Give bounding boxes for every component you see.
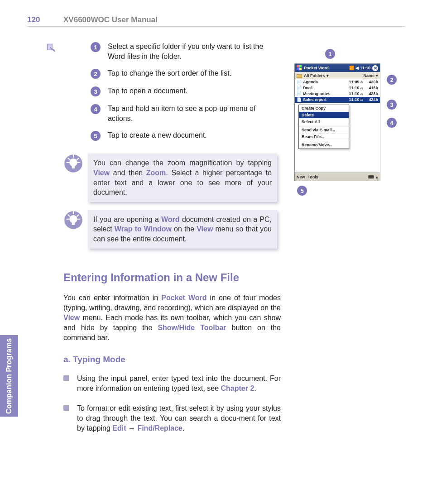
tip1-pre: You can change the zoom magnification by… [93, 159, 272, 167]
callout-2: 2 [387, 75, 397, 85]
view-link: View [63, 314, 80, 322]
bullet-text: To format or edit existing text, first s… [77, 403, 281, 433]
folder-icon [297, 73, 302, 78]
callout-3: 3 [387, 100, 397, 110]
tip-text: If you are opening a Word document creat… [88, 210, 277, 249]
svg-rect-3 [72, 166, 75, 169]
view-link: View [197, 225, 213, 233]
new-button[interactable]: New [297, 175, 305, 179]
zoom-link: Zoom [146, 169, 166, 177]
step-text: Tap to create a new document. [108, 130, 207, 140]
doc-icon: 📄 [297, 91, 302, 96]
file-row[interactable]: 📄 Agenda 11:09 a 420b [295, 79, 380, 85]
step-row: 1 Select a specific folder if you only w… [91, 42, 281, 61]
tip-box-2: If you are opening a Word document creat… [63, 210, 281, 249]
file-row[interactable]: 📄 Meeting notes 11:10 a 428b [295, 91, 380, 97]
tip1-mid: and then [110, 169, 146, 177]
step-row: 5 Tap to create a new document. [91, 130, 281, 141]
file-size: 416b [363, 86, 378, 90]
pocket-word-link: Pocket Word [161, 294, 206, 302]
file-time: 11:10 a [344, 86, 363, 90]
file-name: Doc1 [303, 86, 344, 90]
main-content: 1 Select a specific folder if you only w… [63, 42, 281, 443]
callout-4: 4 [387, 118, 397, 128]
sort-dropdown[interactable]: Name [363, 73, 374, 78]
step-badge-4: 4 [91, 104, 101, 114]
file-time: 11:10 a [344, 97, 363, 102]
note-arrow-icon [45, 43, 57, 54]
svg-point-10 [69, 215, 77, 223]
subsection-title: a. Typing Mode [63, 355, 281, 365]
file-name: Agenda [303, 80, 344, 84]
signal-icon: 📶 [349, 66, 354, 70]
step-badge-2: 2 [91, 69, 101, 79]
b2-mid: → [126, 424, 138, 432]
doc-icon: 📄 [297, 97, 302, 102]
b2-post: . [182, 424, 184, 432]
page-number: 120 [27, 15, 63, 24]
section-paragraph: You can enter information in Pocket Word… [63, 293, 281, 343]
file-size: 424b [363, 97, 378, 102]
edit-link: Edit [112, 424, 126, 432]
command-bar: New Tools ⌨ ▴ [295, 173, 380, 181]
callout-1: 1 [325, 49, 335, 59]
square-bullet-icon [63, 405, 69, 411]
doc-icon: 📄 [297, 80, 302, 84]
file-row-selected[interactable]: 📄 Sales report 11:10 a 424b [295, 97, 380, 103]
menu-select-all[interactable]: Select All [299, 119, 349, 125]
folder-dropdown[interactable]: All Folders [304, 73, 325, 78]
menu-delete[interactable]: Delete [299, 112, 349, 119]
square-bullet-icon [63, 375, 69, 381]
tools-button[interactable]: Tools [308, 175, 318, 179]
time-label: ◀ 11:10 [355, 66, 370, 70]
menu-create-copy[interactable]: Create Copy [299, 105, 349, 112]
step-text: Tap to open a document. [108, 86, 187, 96]
chapter-side-tab: Companion Programs [0, 335, 18, 417]
bullet-text: Using the input panel, enter typed text … [77, 374, 281, 394]
file-size: 420b [363, 80, 378, 84]
svg-rect-18 [299, 65, 302, 67]
step-text: Tap to change the sort order of the list… [108, 68, 231, 78]
menu-separator [299, 141, 349, 141]
show-hide-toolbar-link: Show/Hide Toolbar [158, 324, 226, 331]
find-replace-link: Find/Replace [137, 424, 182, 432]
menu-beam-file[interactable]: Beam File... [299, 134, 349, 140]
titlebar: Pocket Word 📶 ◀ 11:10 ✕ [295, 64, 380, 72]
step-row: 4 Tap and hold an item to see a pop-up m… [91, 104, 281, 123]
file-row[interactable]: 📄 Doc1 11:10 a 416b [295, 85, 380, 91]
context-menu: Create Copy Delete Select All Send via E… [298, 105, 349, 149]
numbered-steps: 1 Select a specific folder if you only w… [91, 42, 281, 141]
tip2-mid2: on the [172, 225, 197, 233]
step-row: 3 Tap to open a document. [91, 86, 281, 96]
file-time: 11:09 a [344, 80, 363, 84]
svg-rect-20 [299, 68, 302, 70]
wrap-to-window-link: Wrap to Window [115, 225, 172, 233]
keyboard-icon[interactable]: ⌨ [368, 175, 374, 179]
para-pre: You can enter information in [63, 294, 161, 302]
menu-rename-move[interactable]: Rename/Move... [299, 142, 349, 149]
word-link: Word [161, 216, 180, 223]
file-size: 428b [363, 91, 378, 96]
menu-separator [299, 126, 349, 126]
menu-send-email[interactable]: Send via E-mail... [299, 127, 349, 134]
step-badge-1: 1 [91, 42, 101, 52]
folder-bar[interactable]: All Folders ▾ Name ▾ [295, 72, 380, 79]
step-text: Tap and hold an item to see a pop-up men… [108, 104, 281, 123]
windows-flag-icon [297, 65, 302, 71]
chapter-2-link: Chapter 2 [221, 384, 254, 392]
tip2-pre: If you are opening a [93, 216, 161, 223]
tip-text: You can change the zoom magnification by… [88, 154, 277, 202]
chevron-up-icon[interactable]: ▴ [376, 175, 378, 179]
bullet-item: To format or edit existing text, first s… [63, 403, 281, 433]
svg-rect-17 [297, 65, 299, 67]
section-title: Entering Information in a New File [63, 271, 281, 284]
close-icon[interactable]: ✕ [372, 65, 378, 71]
bullet-item: Using the input panel, enter typed text … [63, 374, 281, 394]
file-name: Meeting notes [303, 91, 344, 96]
tip-box-1: You can change the zoom magnification by… [63, 154, 281, 202]
svg-rect-11 [72, 222, 75, 225]
file-time: 11:10 a [344, 91, 363, 96]
page-header: 120 XV6600WOC User Manual [27, 15, 405, 27]
lightbulb-icon [63, 154, 83, 173]
step-text: Select a specific folder if you only wan… [108, 42, 281, 61]
